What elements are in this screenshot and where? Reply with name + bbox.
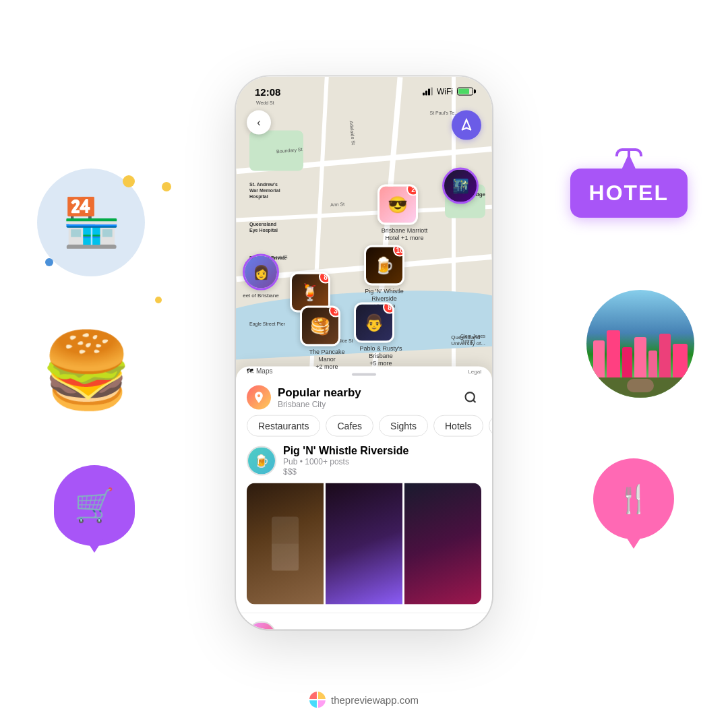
map-back-button[interactable]: ‹ bbox=[247, 111, 271, 135]
city-float-icon bbox=[586, 290, 694, 398]
profile-circle-story: 🌃 bbox=[442, 168, 479, 204]
nearby-title: Popular nearby bbox=[278, 386, 361, 400]
nearby-title-text: Popular nearby Brisbane City bbox=[278, 386, 361, 409]
map-pin-marriott-badge: 2 bbox=[406, 185, 418, 196]
map-pin-pablo[interactable]: 👨 8 Pablo & Rusty's Brisbane+5 more bbox=[354, 303, 408, 367]
map-profile-pin-story[interactable]: 🌃 bbox=[442, 168, 479, 204]
shop-dot-yellow bbox=[123, 175, 135, 187]
nearby-subtitle: Brisbane City bbox=[278, 400, 361, 409]
street-label-ann: Ann St bbox=[330, 202, 344, 207]
map-label-qld-eye: QueenslandEye Hospital bbox=[249, 221, 278, 233]
map-nav-button[interactable] bbox=[452, 111, 481, 140]
maps-text: Maps bbox=[256, 367, 272, 375]
category-pills: Restaurants Cafes Sights Hotels Parks & … bbox=[236, 415, 492, 445]
pill-parks[interactable]: Parks & G bbox=[489, 415, 492, 437]
battery-fill bbox=[458, 89, 469, 94]
map-label-st-andrews: St. Andrew'sWar MemorialHospital bbox=[249, 181, 280, 200]
hotel-sign-text: HOTEL bbox=[570, 169, 688, 218]
map-pin-bar-badge: 8 bbox=[319, 272, 330, 284]
venue-info-1: Pig 'N' Whistle Riverside Pub • 1000+ po… bbox=[283, 445, 481, 477]
map-label-qld-uni: QueenslandUniversity of... bbox=[451, 334, 485, 346]
shop-dot-blue bbox=[45, 258, 53, 266]
map-area: Boundary St Ann St Margaret St Adelaide … bbox=[236, 77, 492, 380]
brand-logo-q4 bbox=[318, 700, 326, 708]
map-profile-pin-wheel[interactable]: 👩 eel of Brisbane bbox=[243, 254, 279, 299]
burger-float-icon: 🍔 bbox=[40, 327, 133, 414]
city-buildings bbox=[586, 330, 694, 377]
map-pin-pancake-label: The Pancake Manor+2 more bbox=[300, 348, 354, 370]
brand-logo-q1 bbox=[309, 692, 317, 699]
apple-maps-icon: 🗺 bbox=[247, 367, 253, 375]
svg-point-0 bbox=[466, 392, 475, 401]
venue-avatar-bg-1: 🍺 bbox=[248, 447, 275, 474]
map-pin-marriott[interactable]: 😎 2 Brisbane Marriott Hotel +1 more bbox=[377, 185, 431, 242]
venue-photos-1 bbox=[247, 483, 481, 605]
venue-meta-1: Pub • 1000+ posts bbox=[283, 457, 481, 466]
nearby-title-group: Popular nearby Brisbane City bbox=[247, 386, 361, 410]
brand-logo-q3 bbox=[309, 700, 317, 708]
deco-dot-yellow-1 bbox=[162, 182, 171, 191]
search-button[interactable] bbox=[460, 387, 481, 408]
venue-photo-1b bbox=[326, 483, 402, 605]
cart-pin-icon: 🛒 bbox=[54, 465, 135, 559]
venue-name-1: Pig 'N' Whistle Riverside bbox=[283, 445, 481, 457]
hotel-sign-icon: HOTEL bbox=[570, 148, 688, 218]
venue-price-1: $$$ bbox=[283, 467, 481, 477]
brand-logo-q2 bbox=[318, 692, 326, 699]
bottom-sheet: Popular nearby Brisbane City Restaurants… bbox=[236, 367, 492, 630]
map-pin-pablo-label: Pablo & Rusty's Brisbane+5 more bbox=[354, 345, 408, 367]
city-road-line bbox=[627, 379, 654, 392]
next-venue-preview: 🦞 George's Paragon Seafood Brisbane bbox=[236, 613, 492, 630]
map-pin-pablo-badge: 8 bbox=[383, 303, 394, 314]
city-road bbox=[586, 377, 694, 398]
venue-photo-1a bbox=[247, 483, 324, 605]
map-pin-pancake[interactable]: 🥞 3 The Pancake Manor+2 more bbox=[300, 306, 354, 370]
nearby-avatar bbox=[247, 386, 271, 410]
street-label-pauls: St Paul's Te... bbox=[430, 111, 458, 115]
brand-url: thepreviewapp.com bbox=[331, 694, 419, 706]
status-time: 12:08 bbox=[255, 86, 280, 97]
battery-icon bbox=[457, 88, 473, 96]
restaurant-emoji: 🍴 bbox=[617, 483, 650, 515]
profile-circle-wheel: 👩 bbox=[243, 254, 279, 291]
pill-hotels[interactable]: Hotels bbox=[433, 415, 483, 437]
restaurant-pin-icon: 🍴 bbox=[593, 458, 674, 553]
map-pin-marriott-label: Brisbane Marriott Hotel +1 more bbox=[377, 227, 431, 242]
maps-legal-text: Legal bbox=[468, 369, 481, 375]
map-label-eagle-st: Eagle Street Pier bbox=[249, 322, 285, 326]
phone-body: Boundary St Ann St Margaret St Adelaide … bbox=[236, 77, 492, 630]
next-venue-avatar: 🦞 bbox=[247, 621, 276, 630]
map-pin-whistle[interactable]: 🍺 10 Pig 'N' WhistleRiverside+9 more bbox=[364, 245, 404, 309]
map-pin-whistle-badge: 10 bbox=[393, 245, 404, 257]
street-label-adelaide: Adelaide St bbox=[349, 121, 356, 145]
map-profile-label-wheel: eel of Brisbane bbox=[243, 293, 279, 299]
profile-wheel-bg: 👩 bbox=[245, 256, 277, 289]
restaurant-pin-tail bbox=[621, 530, 646, 549]
status-icons: WiFi bbox=[423, 87, 473, 96]
burger-emoji: 🍔 bbox=[40, 328, 133, 411]
phone-mockup: Boundary St Ann St Margaret St Adelaide … bbox=[236, 77, 492, 630]
cart-pin-body: 🛒 bbox=[54, 465, 135, 546]
nearby-header: Popular nearby Brisbane City bbox=[236, 376, 492, 415]
wifi-icon: WiFi bbox=[437, 87, 453, 96]
venue-card-1[interactable]: 🍺 Pig 'N' Whistle Riverside Pub • 1000+ … bbox=[236, 445, 492, 613]
pill-cafes[interactable]: Cafes bbox=[326, 415, 373, 437]
shop-float-icon: 🏪 bbox=[37, 169, 145, 276]
branding: thepreviewapp.com bbox=[309, 692, 419, 708]
pill-restaurants[interactable]: Restaurants bbox=[247, 415, 320, 437]
signal-bars bbox=[423, 88, 433, 96]
map-pin-pancake-badge: 3 bbox=[329, 306, 340, 317]
pill-sights[interactable]: Sights bbox=[379, 415, 428, 437]
shop-emoji: 🏪 bbox=[62, 195, 121, 250]
brand-logo bbox=[309, 692, 326, 708]
venue-avatar-1: 🍺 bbox=[247, 446, 276, 475]
status-bar: 12:08 WiFi bbox=[236, 77, 492, 107]
venue-header-1: 🍺 Pig 'N' Whistle Riverside Pub • 1000+ … bbox=[247, 445, 481, 477]
cart-emoji: 🛒 bbox=[74, 487, 115, 524]
restaurant-pin-body: 🍴 bbox=[593, 458, 674, 539]
cart-pin-tail bbox=[82, 534, 107, 553]
venue-photo-1c bbox=[404, 483, 481, 605]
deco-dot-yellow-2 bbox=[155, 297, 162, 303]
maps-watermark: 🗺 Maps bbox=[247, 367, 272, 375]
